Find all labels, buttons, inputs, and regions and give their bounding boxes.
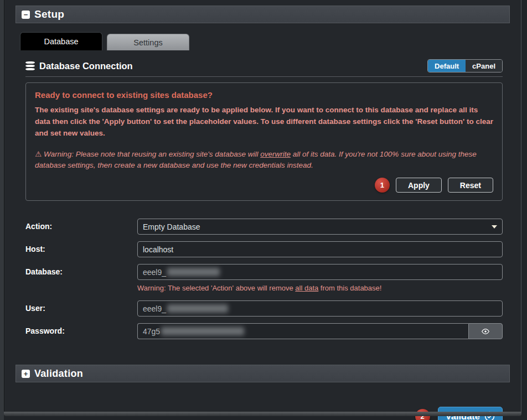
action-selected-value: Empty Database [143,222,200,231]
validation-section-header[interactable]: + Validation [16,365,510,382]
mode-default-button[interactable]: Default [428,60,466,72]
database-icon [25,60,35,71]
database-value-redacted [167,268,220,276]
chevron-down-icon [492,225,497,229]
connection-section-header: Database Connection Default cPanel [25,59,503,72]
database-warning-text-end: from this database! [318,284,381,292]
database-warning-text: Warning: The selected 'Action' above wil… [137,284,295,292]
action-label: Action: [25,219,137,231]
notice-body: The existing site's database settings ar… [35,105,493,139]
installer-page: − Setup Database Settings Database Conne… [0,0,527,420]
database-action-warning: Warning: The selected 'Action' above wil… [137,284,503,292]
password-row: Password: 47g5 [25,323,503,339]
collapse-minus-icon[interactable]: − [22,11,30,19]
step-1-badge: 1 [375,178,390,193]
section-divider [25,76,503,77]
tab-settings[interactable]: Settings [107,34,189,50]
expand-plus-icon[interactable]: + [22,370,30,378]
action-select[interactable]: Empty Database [137,219,503,235]
database-warning-all-data: all data [295,284,318,292]
connection-mode-toggle: Default cPanel [427,59,503,72]
setup-title: Setup [34,8,64,20]
password-input[interactable]: 47g5 [137,323,468,339]
action-row: Action: Empty Database [25,219,503,235]
user-label: User: [25,300,137,313]
tab-database[interactable]: Database [20,32,102,50]
reset-button[interactable]: Reset [448,178,493,193]
connection-title: Database Connection [39,61,133,71]
notice-warning-text: Warning: Please note that reusing an exi… [44,150,260,158]
password-label: Password: [25,323,137,335]
main-panel: − Setup Database Settings Database Conne… [4,0,521,412]
show-password-button[interactable] [468,323,503,339]
database-row: Database: eeel9_ [25,264,503,280]
database-input[interactable]: eeel9_ [137,264,503,280]
apply-button[interactable]: Apply [396,178,442,193]
notice-actions: 1 Apply Reset [35,178,493,193]
database-label: Database: [25,264,137,276]
password-value-redacted [161,327,244,335]
password-value: 47g5 [143,327,160,336]
user-row: User: eeel9_ [25,300,503,317]
panel-bottom-edge [4,412,521,416]
notice-warning: ⚠Warning: Please note that reusing an ex… [35,149,493,172]
host-row: Host: localhost [25,241,503,257]
user-value: eeel9_ [143,304,166,313]
setup-section-header[interactable]: − Setup [16,6,510,23]
existing-database-notice: Ready to connect to existing sites datab… [25,82,503,201]
database-value: eeel9_ [143,268,166,277]
host-label: Host: [25,241,137,253]
mode-cpanel-button[interactable]: cPanel [466,60,502,72]
connection-form: Action: Empty Database Host: localhost [25,219,503,339]
user-input[interactable]: eeel9_ [137,300,503,317]
host-input[interactable]: localhost [137,241,503,257]
eye-icon [481,327,490,336]
notice-warning-overwrite: overwrite [260,150,291,158]
validation-title: Validation [34,368,83,380]
setup-tabs: Database Settings [20,32,521,50]
database-tab-content: Database Connection Default cPanel Ready… [4,59,521,339]
page-left-edge [0,0,4,420]
warning-triangle-icon: ⚠ [35,150,42,158]
host-value: localhost [143,245,173,254]
notice-heading: Ready to connect to existing sites datab… [35,90,493,100]
user-value-redacted [167,304,228,313]
